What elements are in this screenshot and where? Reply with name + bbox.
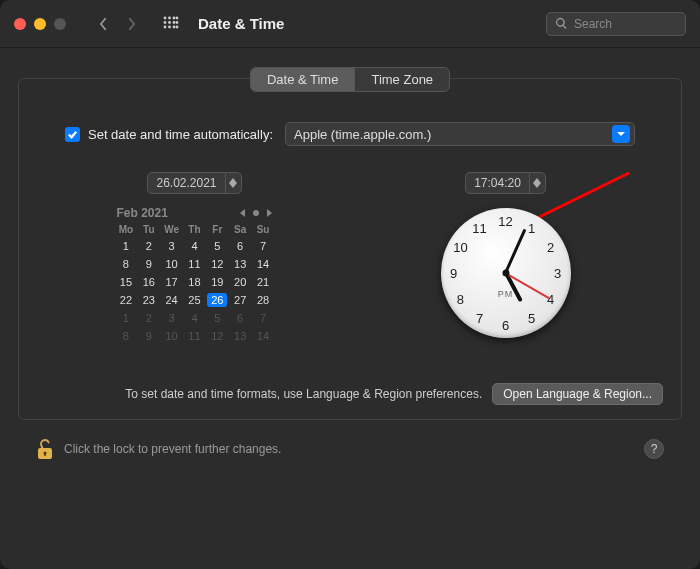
calendar-day[interactable]: 22	[115, 291, 138, 309]
calendar-day[interactable]: 2	[137, 237, 160, 255]
clock-number: 11	[472, 220, 486, 235]
date-time-split: 26.02.2021 Feb 2021	[19, 152, 681, 355]
segmented-control: Date & Time Time Zone	[250, 67, 450, 92]
calendar-day[interactable]: 9	[137, 327, 160, 345]
calendar-day[interactable]: 8	[115, 327, 138, 345]
back-button[interactable]	[90, 12, 116, 36]
window-title: Date & Time	[198, 15, 284, 32]
preferences-body: Date & Time Time Zone Set date and time …	[0, 48, 700, 569]
calendar-weekday: Su	[252, 222, 275, 237]
calendar-day[interactable]: 24	[160, 291, 183, 309]
calendar-nav	[239, 209, 273, 217]
calendar-day[interactable]: 2	[137, 309, 160, 327]
format-hint-row: To set date and time formats, use Langua…	[19, 355, 681, 405]
calendar-day[interactable]: 5	[206, 309, 229, 327]
calendar-weekday: Tu	[137, 222, 160, 237]
calendar-day[interactable]: 25	[183, 291, 206, 309]
check-icon	[67, 129, 78, 140]
clock-number: 7	[476, 311, 483, 326]
time-server-value: Apple (time.apple.com.)	[294, 127, 612, 142]
clock-number: 3	[554, 266, 561, 281]
calendar-day[interactable]: 9	[137, 255, 160, 273]
clock-number: 8	[457, 292, 464, 307]
svg-rect-16	[44, 453, 46, 456]
svg-point-11	[176, 25, 179, 28]
calendar-day[interactable]: 13	[229, 255, 252, 273]
svg-point-10	[173, 25, 176, 28]
analog-clock: PM 121234567891011	[441, 208, 571, 338]
date-column: 26.02.2021 Feb 2021	[59, 172, 330, 345]
minimize-window-button[interactable]	[34, 18, 46, 30]
close-window-button[interactable]	[14, 18, 26, 30]
footer: Click the lock to prevent further change…	[18, 420, 682, 474]
clock-pin	[502, 270, 509, 277]
calendar-day[interactable]: 6	[229, 309, 252, 327]
svg-point-3	[176, 16, 179, 19]
calendar-next-icon[interactable]	[265, 209, 273, 217]
auto-time-checkbox[interactable]	[65, 127, 80, 142]
calendar-day[interactable]: 20	[229, 273, 252, 291]
calendar-day[interactable]: 21	[252, 273, 275, 291]
calendar-day[interactable]: 14	[252, 327, 275, 345]
calendar-day[interactable]: 10	[160, 327, 183, 345]
calendar-day[interactable]: 1	[115, 309, 138, 327]
calendar-day[interactable]: 7	[252, 309, 275, 327]
calendar-day[interactable]: 3	[160, 309, 183, 327]
svg-point-6	[173, 21, 176, 24]
clock-ampm: PM	[498, 289, 514, 299]
calendar-day[interactable]: 12	[206, 327, 229, 345]
calendar-day[interactable]: 4	[183, 309, 206, 327]
traffic-lights	[14, 18, 66, 30]
svg-point-0	[164, 16, 167, 19]
tab-time-zone[interactable]: Time Zone	[354, 68, 449, 91]
calendar-day[interactable]: 3	[160, 237, 183, 255]
clock-number: 10	[453, 240, 467, 255]
search-field[interactable]: Search	[546, 12, 686, 36]
nav-buttons	[90, 12, 144, 36]
calendar-day[interactable]: 11	[183, 255, 206, 273]
time-stepper[interactable]: 17:04:20	[465, 172, 546, 194]
calendar-day[interactable]: 14	[252, 255, 275, 273]
calendar-day[interactable]: 27	[229, 291, 252, 309]
open-language-region-button[interactable]: Open Language & Region...	[492, 383, 663, 405]
calendar-weekday: We	[160, 222, 183, 237]
calendar-day[interactable]: 26	[206, 291, 229, 309]
calendar-day[interactable]: 18	[183, 273, 206, 291]
calendar-day[interactable]: 8	[115, 255, 138, 273]
calendar-today-icon[interactable]	[253, 210, 259, 216]
calendar-day[interactable]: 13	[229, 327, 252, 345]
calendar-day[interactable]: 4	[183, 237, 206, 255]
calendar-day[interactable]: 7	[252, 237, 275, 255]
calendar-day[interactable]: 6	[229, 237, 252, 255]
show-all-icon[interactable]	[160, 13, 182, 35]
lock-icon[interactable]	[36, 438, 54, 460]
date-step-controls[interactable]	[225, 173, 241, 193]
clock-number: 1	[528, 220, 535, 235]
svg-point-5	[168, 21, 171, 24]
calendar-weekday: Mo	[115, 222, 138, 237]
tab-date-time[interactable]: Date & Time	[251, 68, 355, 91]
calendar-prev-icon[interactable]	[239, 209, 247, 217]
date-value: 26.02.2021	[148, 176, 224, 190]
calendar-day[interactable]: 16	[137, 273, 160, 291]
calendar: Feb 2021 MoTuWeThFrSaSu 1234567891011121…	[115, 204, 275, 345]
date-stepper[interactable]: 26.02.2021	[147, 172, 241, 194]
calendar-day[interactable]: 12	[206, 255, 229, 273]
calendar-day[interactable]: 1	[115, 237, 138, 255]
svg-point-9	[168, 25, 171, 28]
calendar-weekday: Fr	[206, 222, 229, 237]
calendar-day[interactable]: 10	[160, 255, 183, 273]
calendar-day[interactable]: 11	[183, 327, 206, 345]
main-panel: Date & Time Time Zone Set date and time …	[18, 78, 682, 420]
time-server-combo[interactable]: Apple (time.apple.com.)	[285, 122, 635, 146]
calendar-day[interactable]: 23	[137, 291, 160, 309]
help-button[interactable]: ?	[644, 439, 664, 459]
lock-text: Click the lock to prevent further change…	[64, 442, 634, 456]
calendar-day[interactable]: 15	[115, 273, 138, 291]
forward-button[interactable]	[118, 12, 144, 36]
calendar-day[interactable]: 5	[206, 237, 229, 255]
calendar-day[interactable]: 19	[206, 273, 229, 291]
time-step-controls[interactable]	[529, 173, 545, 193]
calendar-day[interactable]: 17	[160, 273, 183, 291]
calendar-day[interactable]: 28	[252, 291, 275, 309]
